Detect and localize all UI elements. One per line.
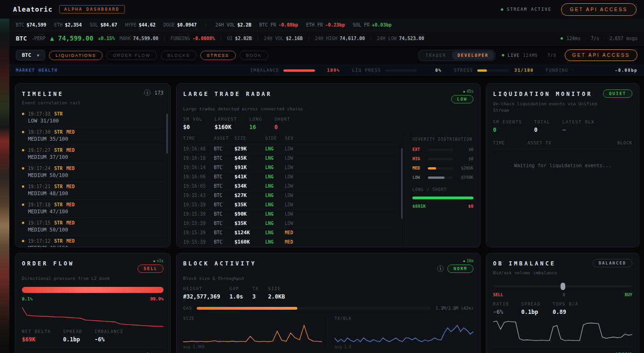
liquidation-stat-label: LATEST BLK: [562, 120, 595, 124]
liquidation-stat-value: 0: [493, 127, 522, 133]
timeline-event: 19:17:12STRMEDMEDIUM 48/100: [22, 236, 164, 247]
mode-developer[interactable]: DEVELOPER: [452, 51, 494, 60]
trade-severity: LOW: [285, 146, 304, 151]
info-icon[interactable]: i: [437, 265, 444, 272]
mode-toggle: TRADERDEVELOPER: [418, 50, 495, 61]
event-detail: MEDIUM 48/100: [28, 245, 164, 247]
ticker-funding-label: BTC FR: [259, 22, 276, 27]
severity-value: $286K: [457, 166, 473, 170]
ticker-item: HYPE$44.62: [125, 22, 156, 27]
separator: |: [256, 36, 259, 41]
timeline-event-header: 19:17:27STRMED: [22, 148, 164, 153]
severity-value: $0: [457, 156, 473, 161]
severity-row: LOW$598K: [412, 175, 473, 180]
sell-pct: 99.9%: [150, 296, 164, 301]
ob-stat-label: RATIO: [493, 302, 509, 306]
ob-stats: RATIO-6%SPREAD0.1bpTOPS B/A0.89: [493, 302, 632, 315]
separator: |: [205, 22, 207, 27]
perp-stat-label: OI: [227, 36, 233, 41]
blocks-stat: SIZE2.0KB: [268, 286, 285, 300]
ticker-item-label: DOGE: [164, 22, 175, 27]
trade-severity: LOW: [285, 174, 304, 179]
perp-stat-value: $2.02B: [235, 36, 252, 41]
radar-table-scrollbar[interactable]: [401, 148, 403, 219]
severity-label: HIG: [412, 156, 425, 161]
trade-time: 19:16:14: [183, 165, 214, 170]
tab-stress[interactable]: STRESS: [200, 51, 236, 60]
ticker-item: SOL$84.67: [89, 22, 117, 27]
radar-status-badge: LOW: [451, 95, 473, 103]
trade-size: $91K: [234, 164, 265, 170]
severity-bar: [428, 176, 453, 179]
trade-side: LNG: [265, 202, 285, 207]
timeline-event-header: 19:17:12STRMED: [22, 238, 164, 244]
radar-stat: LARGEST$160K: [215, 117, 237, 130]
health-metric-label: IMBALANCE: [250, 68, 279, 73]
asset-select[interactable]: BTC ▼: [16, 50, 45, 61]
event-tag-med: MED: [66, 184, 75, 189]
tab-blocks[interactable]: BLOCKS: [161, 51, 197, 60]
radar-col-header: SEV: [285, 136, 304, 141]
event-detail: MEDIUM 47/100: [28, 209, 164, 215]
liquidation-stat: 5M EVENTS0: [493, 120, 522, 133]
trade-row: 19:16:05BTC$34KLNGLOW: [183, 182, 398, 191]
ticker-funding: ETH FR-0.23bp: [306, 22, 345, 27]
blocks-stat-value: #32,577,369: [183, 293, 220, 300]
perp-stat-value: -0.0008%: [192, 36, 215, 41]
trade-row: 19:16:06BTC$41KLNGLOW: [183, 172, 398, 182]
perp-stat-value: 74,523.00: [399, 36, 424, 41]
orderflow-stat-label: SPREAD: [63, 329, 82, 334]
severity-fill: [428, 176, 445, 179]
event-tag-str: STR: [54, 202, 62, 207]
orderflow-stats: NET DELTA$69KSPREAD0.1bpIMBALANCE-6%: [22, 329, 164, 343]
event-detail: MEDIUM 50/100: [28, 227, 164, 233]
event-tag-med: MED: [66, 220, 75, 225]
perp-stat: 24H HIGH74,617.00: [315, 36, 365, 41]
get-api-access-button[interactable]: GET API ACCESS: [561, 3, 637, 16]
event-time: 19:17:21: [28, 184, 50, 189]
radar-stat-value: 0: [274, 124, 291, 130]
timeline-event-header: 19:17:33STR: [22, 111, 164, 116]
market-health-bar: MARKET HEALTH IMBALANCE100%LIQ PRESS0%ST…: [9, 65, 644, 76]
tab-liquidations[interactable]: LIQUIDATIONS: [49, 51, 103, 60]
get-api-access-button-secondary[interactable]: GET API ACCESS: [565, 49, 637, 61]
timeline-event: 19:17:18STRMEDMEDIUM 47/100: [22, 200, 164, 218]
imbalance-slider: [493, 283, 632, 290]
trade-size: $160K: [234, 239, 265, 245]
live-indicator: LIVE 124MS· 7/S: [502, 53, 556, 58]
tab-order-flow[interactable]: ORDER FLOW: [106, 51, 157, 60]
event-tag-med: MED: [66, 166, 75, 171]
trade-asset: BTC: [214, 174, 234, 179]
ticker-item-label: BTC: [16, 22, 24, 27]
event-tag-str: STR: [54, 238, 62, 244]
health-metric-fill: [477, 69, 487, 72]
tab-book[interactable]: BOOK: [240, 51, 268, 60]
severity-value: $598K: [457, 175, 473, 180]
health-metric-value: 31/100: [513, 68, 534, 73]
ob-subtitle: Bid/ask volume imbalance: [493, 270, 632, 275]
timeline-scrollbar[interactable]: [166, 114, 168, 154]
ticker-vol-label: 24H VOL: [215, 22, 235, 27]
trade-asset: BTC: [214, 211, 234, 217]
event-time: 19:17:24: [28, 166, 50, 171]
health-metric: STRESS31/100: [454, 68, 534, 73]
trade-size: $41K: [234, 174, 265, 180]
stream-status: STREAM ACTIVE: [501, 7, 551, 12]
trade-side: LNG: [265, 146, 285, 151]
info-icon[interactable]: i: [144, 89, 151, 96]
ticker-item-label: HYPE: [125, 22, 137, 27]
size-sparkline: [183, 323, 322, 343]
mode-trader[interactable]: TRADER: [420, 51, 452, 60]
trade-severity: MED: [285, 230, 304, 235]
gas-value: 1.3M/3.0M (42%): [436, 306, 473, 311]
bid-ask-vol-rows: BID VOL$580KASK VOL$649K: [493, 347, 632, 353]
severity-value: $0: [457, 147, 473, 152]
severity-row: EXT$0: [412, 147, 473, 152]
ob-imbalance-panel: OB IMBALANCE BALANCED Bid/ask volume imb…: [486, 253, 639, 353]
slider-thumb[interactable]: [561, 283, 565, 290]
liquidation-stat: LATEST BLK—: [562, 120, 595, 133]
perp-stat-value: 74,617.00: [340, 36, 365, 41]
perp-summary-bar: BTC -PERP ▲ 74,599.00 +0.15% MARK74,599.…: [9, 31, 644, 46]
radar-stat: LONG16: [249, 117, 262, 130]
radar-stat: SHORT0: [274, 117, 291, 130]
